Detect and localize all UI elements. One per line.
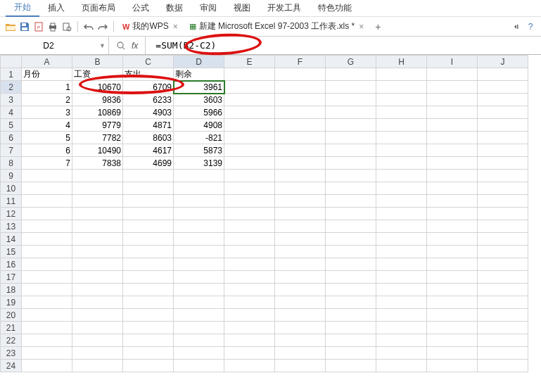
cell[interactable] [224,157,275,170]
cell[interactable] [427,322,478,334]
collapse-ribbon-icon[interactable] [510,20,523,33]
cell[interactable]: 5966 [174,106,224,119]
row-header[interactable]: 12 [1,208,22,220]
menu-review[interactable]: 审阅 [191,0,225,16]
cell[interactable] [427,157,478,170]
undo-icon[interactable] [82,20,95,33]
cell[interactable] [224,106,275,119]
row-header[interactable]: 19 [1,296,22,309]
cell[interactable] [123,347,174,360]
column-header[interactable]: F [275,56,326,68]
cell[interactable] [174,195,224,208]
cell[interactable] [376,271,427,284]
cell[interactable] [326,322,376,334]
cell[interactable] [224,258,275,271]
cell[interactable]: 4903 [123,106,174,119]
cell[interactable] [478,68,528,81]
cell[interactable] [123,334,174,347]
cell[interactable] [478,220,528,233]
cell[interactable] [275,132,326,144]
cell[interactable]: 4871 [123,119,174,132]
cell[interactable]: 4 [22,119,72,132]
cell[interactable] [224,309,275,322]
row-header[interactable]: 6 [1,132,22,144]
cell[interactable] [72,334,123,347]
cell[interactable]: 3 [22,106,72,119]
row-header[interactable]: 4 [1,106,22,119]
cell[interactable] [224,68,275,81]
cell[interactable] [174,322,224,334]
cell[interactable] [427,220,478,233]
export-pdf-icon[interactable]: P [32,20,45,33]
cell[interactable] [427,170,478,182]
cell[interactable] [478,233,528,246]
cell[interactable] [224,296,275,309]
cell[interactable] [376,233,427,246]
cell[interactable] [326,284,376,296]
cell[interactable] [427,68,478,81]
cell[interactable] [22,182,72,195]
cell[interactable]: 月份 [22,68,72,81]
cell[interactable]: 4617 [123,144,174,157]
column-header[interactable]: C [123,56,174,68]
cell[interactable] [275,284,326,296]
cell[interactable] [72,195,123,208]
cell[interactable] [376,106,427,119]
cell[interactable] [174,258,224,271]
cell[interactable] [275,347,326,360]
cell[interactable] [224,94,275,106]
cell[interactable]: 1 [22,81,72,94]
row-header[interactable]: 7 [1,144,22,157]
cell[interactable] [427,144,478,157]
cell[interactable] [123,296,174,309]
cell[interactable] [376,157,427,170]
cell[interactable]: 2 [22,94,72,106]
cell[interactable] [275,170,326,182]
cell[interactable]: 3139 [174,157,224,170]
menu-features[interactable]: 特色功能 [310,0,360,16]
cell[interactable] [22,360,72,372]
cell[interactable] [326,334,376,347]
cell[interactable]: 9836 [72,94,123,106]
cell[interactable] [72,271,123,284]
cell[interactable] [478,132,528,144]
cell[interactable] [326,220,376,233]
cell[interactable] [478,106,528,119]
cell[interactable] [275,144,326,157]
cell[interactable] [376,334,427,347]
close-icon[interactable]: × [357,22,365,32]
cell[interactable] [376,284,427,296]
cell[interactable] [224,271,275,284]
cell[interactable] [376,144,427,157]
row-header[interactable]: 21 [1,322,22,334]
menu-view[interactable]: 视图 [225,0,259,16]
cell[interactable] [376,94,427,106]
cell[interactable] [224,360,275,372]
cell[interactable] [224,132,275,144]
cell[interactable] [326,119,376,132]
cell[interactable] [275,322,326,334]
cell[interactable] [376,220,427,233]
row-header[interactable]: 9 [1,170,22,182]
cell[interactable] [427,195,478,208]
cell[interactable] [427,246,478,258]
cell[interactable] [174,182,224,195]
cell[interactable] [478,119,528,132]
cell[interactable] [326,233,376,246]
cell[interactable]: 4908 [174,119,224,132]
column-header[interactable]: B [72,56,123,68]
cell[interactable] [224,220,275,233]
cell[interactable] [123,170,174,182]
cell[interactable] [478,157,528,170]
cell[interactable] [174,170,224,182]
cell[interactable] [478,322,528,334]
cell[interactable] [427,132,478,144]
cell[interactable]: 8603 [123,132,174,144]
cell[interactable] [275,195,326,208]
formula-input[interactable] [146,37,541,54]
cell[interactable]: 7 [22,157,72,170]
cell[interactable] [376,68,427,81]
name-box[interactable]: ▼ [0,37,109,54]
cell[interactable] [123,208,174,220]
cell[interactable] [224,246,275,258]
